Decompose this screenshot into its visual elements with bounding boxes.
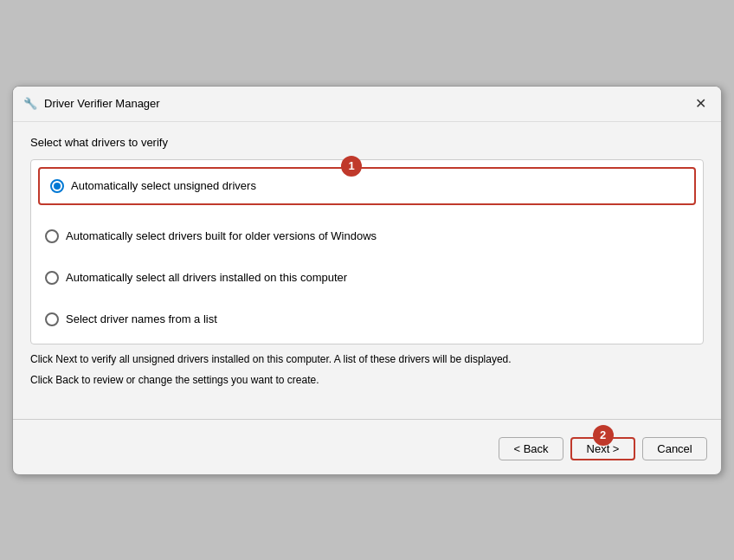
close-button[interactable]: ✕ [690,93,711,114]
footer-divider [13,419,721,420]
option-4-label: Select driver names from a list [66,312,217,325]
option-4[interactable]: Select driver names from a list [31,299,703,344]
option-1-label: Automatically select unsigned drivers [71,179,256,192]
option-2[interactable]: Automatically select drivers built for o… [31,205,703,257]
options-box: 1 Automatically select unsigned drivers … [30,159,704,344]
titlebar-left: 🔧 Driver Verifier Manager [23,97,160,111]
section-label: Select what drivers to verify [30,136,704,149]
radio-3[interactable] [45,271,59,285]
titlebar: 🔧 Driver Verifier Manager ✕ [13,87,721,122]
window: 🔧 Driver Verifier Manager ✕ Select what … [12,86,722,475]
step-badge-2: 2 [593,425,614,446]
option-1-wrapper: 1 Automatically select unsigned drivers [38,167,696,205]
app-icon: 🔧 [23,97,37,111]
footer: < Back 2 Next > Cancel [13,428,721,474]
option-2-label: Automatically select drivers built for o… [66,229,377,242]
radio-2[interactable] [45,229,59,243]
window-title: Driver Verifier Manager [44,97,160,110]
cancel-button[interactable]: Cancel [642,437,707,460]
radio-1[interactable] [50,179,64,193]
info-area: Click Next to verify all unsigned driver… [30,344,704,396]
content-area: Select what drivers to verify 1 Automati… [13,122,721,410]
info-line-1: Click Next to verify all unsigned driver… [30,351,704,367]
back-button[interactable]: < Back [499,437,563,460]
option-1[interactable]: Automatically select unsigned drivers [38,167,696,205]
next-button-wrapper: 2 Next > [570,437,635,460]
info-line-2: Click Back to review or change the setti… [30,372,704,388]
option-3-label: Automatically select all drivers install… [66,271,347,284]
step-badge-1: 1 [341,156,362,177]
option-3[interactable]: Automatically select all drivers install… [31,257,703,299]
radio-4[interactable] [45,312,59,326]
